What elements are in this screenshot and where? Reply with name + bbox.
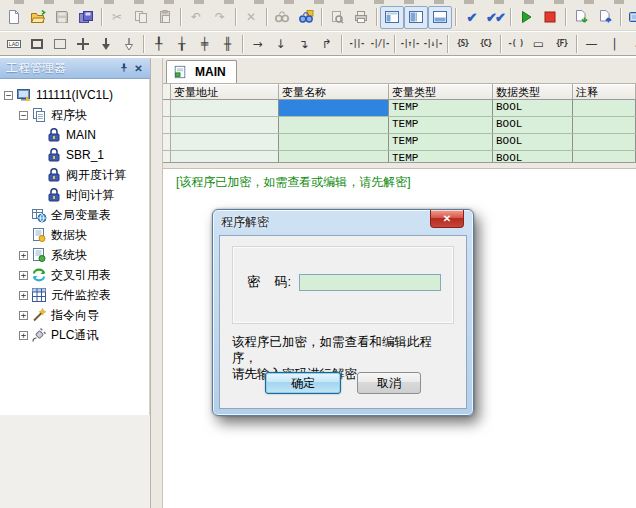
table-cell[interactable]: BOOL: [493, 117, 573, 133]
tree-item--[interactable]: 数据块: [0, 225, 149, 245]
table-cell[interactable]: [573, 100, 636, 116]
table-cell[interactable]: TEMP: [389, 100, 493, 116]
instruction-block-bold-icon[interactable]: [25, 33, 48, 54]
contact-no-icon[interactable]: -||-: [345, 33, 368, 54]
split-rung-icon[interactable]: ╫: [216, 33, 239, 54]
password-input[interactable]: [299, 274, 441, 291]
dialog-close-button[interactable]: ✕: [430, 210, 464, 228]
monitor-icon[interactable]: [624, 6, 636, 29]
row-header[interactable]: [163, 117, 171, 133]
tree-expander-icon[interactable]: +: [19, 311, 28, 320]
function-block-icon[interactable]: ▭: [527, 33, 550, 54]
tree-item-111111-ivc1l-[interactable]: −111111(IVC1L): [0, 85, 149, 105]
table-cell[interactable]: [171, 134, 279, 150]
toolbar-separator: [239, 34, 246, 54]
tree-item-main[interactable]: MAIN: [0, 125, 149, 145]
row-header[interactable]: [163, 134, 171, 150]
tree-item--[interactable]: 阀开度计算: [0, 165, 149, 185]
row-header[interactable]: [163, 151, 171, 163]
insert-rung-below-icon[interactable]: ╁: [170, 33, 193, 54]
lad-mode-icon[interactable]: LAD: [2, 33, 25, 54]
table-cell[interactable]: TEMP: [389, 134, 493, 150]
ok-button[interactable]: 确定: [265, 372, 341, 394]
column-header[interactable]: 数据类型: [493, 84, 573, 99]
table-cell[interactable]: BOOL: [493, 134, 573, 150]
tree-item-label: 元件监控表: [51, 287, 111, 304]
table-cell[interactable]: BOOL: [493, 100, 573, 116]
table-cell[interactable]: TEMP: [389, 117, 493, 133]
merge-rung-icon[interactable]: ╪: [193, 33, 216, 54]
line-up-right-icon[interactable]: ↱: [315, 33, 338, 54]
contact-nc-icon[interactable]: -|/|-: [368, 33, 391, 54]
column-header[interactable]: 注释: [573, 84, 636, 99]
tab-main[interactable]: MAIN: [166, 60, 237, 83]
tree-expander-icon[interactable]: −: [19, 111, 28, 120]
find-replace-icon[interactable]: [294, 6, 318, 29]
arrow-down-filled-icon[interactable]: [94, 33, 117, 54]
table-cell[interactable]: [573, 151, 636, 163]
decrypt-dialog-titlebar[interactable]: 程序解密 ✕: [213, 210, 473, 235]
table-cell[interactable]: [279, 151, 389, 163]
contact-rising-icon[interactable]: -|↑|-: [398, 33, 421, 54]
tree-expander-icon[interactable]: +: [19, 251, 28, 260]
panel-splitter[interactable]: [151, 58, 163, 508]
tree-item--[interactable]: −程序块: [0, 105, 149, 125]
counter-instruction-icon[interactable]: {C}: [474, 33, 497, 54]
tree-expander-icon[interactable]: +: [19, 291, 28, 300]
table-cell[interactable]: [573, 134, 636, 150]
line-down-icon[interactable]: ↓: [269, 33, 292, 54]
row-header[interactable]: [163, 100, 171, 116]
column-header[interactable]: 变量名称: [279, 84, 389, 99]
table-cell[interactable]: [171, 151, 279, 163]
tree-item-sbr_1[interactable]: SBR_1: [0, 145, 149, 165]
download-icon[interactable]: [569, 6, 593, 29]
tree-expander-icon[interactable]: −: [4, 91, 13, 100]
vertical-line-icon[interactable]: |: [603, 33, 626, 54]
window-project-icon[interactable]: [380, 6, 404, 29]
table-cell[interactable]: [279, 134, 389, 150]
table-cell[interactable]: [171, 100, 279, 116]
horizontal-line-icon[interactable]: —: [580, 33, 603, 54]
run-icon[interactable]: [514, 6, 538, 29]
tree-expander-icon[interactable]: +: [19, 271, 28, 280]
tree-item-plc-[interactable]: +PLC通讯: [0, 325, 149, 345]
table-cell[interactable]: [171, 117, 279, 133]
tree-item--[interactable]: +交叉引用表: [0, 265, 149, 285]
tree-expander-icon[interactable]: +: [19, 331, 28, 340]
function-instruction-icon[interactable]: {F}: [550, 33, 573, 54]
line-right-down-icon[interactable]: ↴: [292, 33, 315, 54]
tree-item--[interactable]: 全局变量表: [0, 205, 149, 225]
cancel-button[interactable]: 取消: [357, 372, 421, 394]
tree-item--[interactable]: +元件监控表: [0, 285, 149, 305]
tree-item--[interactable]: +指令向导: [0, 305, 149, 325]
insert-rung-above-icon[interactable]: ╀: [147, 33, 170, 54]
open-project-icon[interactable]: [26, 6, 50, 29]
stop-icon[interactable]: [538, 6, 562, 29]
column-header[interactable]: 变量类型: [389, 84, 493, 99]
save-all-icon[interactable]: [74, 6, 98, 29]
cross-cursor-icon[interactable]: [71, 33, 94, 54]
table-cell[interactable]: [279, 117, 389, 133]
arrow-down-hollow-icon[interactable]: [117, 33, 140, 54]
set-instruction-icon[interactable]: {S}: [451, 33, 474, 54]
coil-icon[interactable]: -( ): [504, 33, 527, 54]
selected-cell[interactable]: [279, 100, 389, 116]
delete-line-icon[interactable]: ∤: [626, 33, 636, 54]
table-cell[interactable]: [573, 117, 636, 133]
window-split-vertical-icon[interactable]: [404, 6, 428, 29]
column-header[interactable]: 变量地址: [171, 84, 279, 99]
compile-icon[interactable]: ✔: [459, 6, 483, 29]
close-panel-icon[interactable]: ✕: [131, 61, 146, 75]
line-right-icon[interactable]: →: [246, 33, 269, 54]
contact-falling-icon[interactable]: -|↓|-: [421, 33, 444, 54]
pin-icon[interactable]: [116, 61, 131, 75]
window-split-horizontal-icon[interactable]: [428, 6, 452, 29]
table-cell[interactable]: BOOL: [493, 151, 573, 163]
tree-item--[interactable]: +系统块: [0, 245, 149, 265]
upload-icon[interactable]: [593, 6, 617, 29]
instruction-block-icon[interactable]: [48, 33, 71, 54]
tree-item--[interactable]: 时间计算: [0, 185, 149, 205]
compile-all-icon[interactable]: ✔✔: [483, 6, 507, 29]
table-cell[interactable]: TEMP: [389, 151, 493, 163]
new-file-icon[interactable]: [2, 6, 26, 29]
